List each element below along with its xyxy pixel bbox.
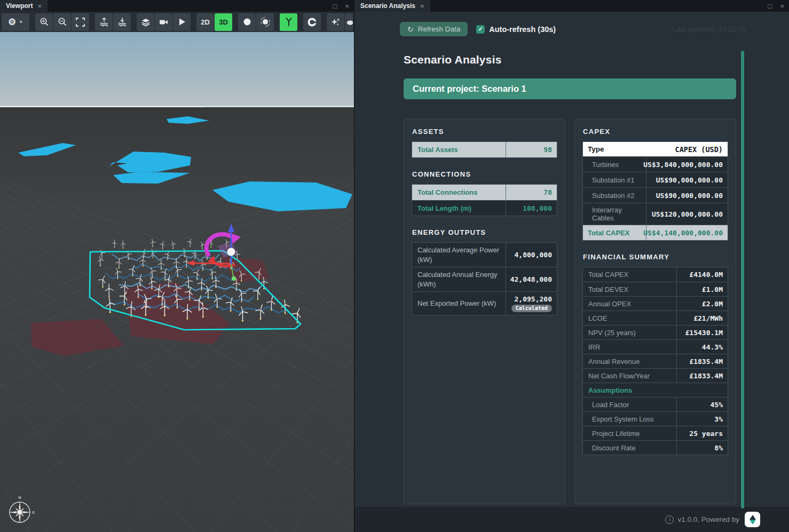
auto-refresh-label: Auto-refresh (30s) (489, 25, 556, 34)
analysis-tabbar: Scenario Analysis × □ × (354, 0, 789, 12)
info-icon[interactable]: i (665, 515, 674, 524)
refresh-icon: ↻ (407, 26, 414, 33)
table-row: Total CAPEX £4140.0M (583, 267, 728, 282)
table-row: Substation #1 US$90,000,000.00 (583, 172, 728, 187)
table-row: Turbines US$3,840,000,000.00 (583, 156, 728, 172)
tab-viewport-label: Viewport (6, 2, 33, 10)
lower-below-water-icon (117, 17, 127, 27)
viewport-panel: Viewport × □ × ⚙ ▼ (0, 0, 354, 532)
maximize-icon[interactable]: □ (333, 3, 337, 10)
sparkles-icon (330, 17, 341, 27)
view-3d-button[interactable]: 3D (215, 13, 232, 31)
cloud-icon (345, 17, 353, 27)
settings-button[interactable]: ⚙ ▼ (2, 13, 29, 31)
application-window: Viewport × □ × ⚙ ▼ (0, 0, 789, 532)
lower-below-water-button[interactable] (113, 13, 131, 31)
tab-scenario-analysis-label: Scenario Analysis (360, 2, 415, 10)
assets-table: Total Assets 98 (412, 141, 557, 158)
table-header-row: Type CAPEX (USD) (583, 142, 728, 156)
play-icon (178, 18, 186, 26)
summary-cards: ASSETS Total Assets 98 CONNECTIONS Total… (404, 118, 736, 504)
table-row: Interarray Cables US$120,000,000.00 (583, 203, 728, 225)
sky (0, 32, 354, 107)
panel-scrollbar[interactable] (741, 51, 744, 509)
viewport-window-controls: □ × (333, 0, 349, 12)
turbine-icon (284, 17, 294, 27)
layers-button[interactable] (137, 13, 154, 31)
table-row: Discount Rate 8% (583, 440, 728, 455)
analysis-window-controls: □ × (768, 0, 784, 12)
brand-logo[interactable] (745, 512, 760, 527)
sparkles-button[interactable] (327, 13, 344, 31)
viewport-toolbar: ⚙ ▼ (0, 12, 354, 32)
metrics-card: ASSETS Total Assets 98 CONNECTIONS Total… (404, 118, 565, 504)
energy-table: Calculated Average Power (kW) 4,800,000 … (412, 242, 557, 315)
table-row: Net Cash Flow/Year £1833.4M (583, 368, 728, 383)
play-button[interactable] (173, 13, 191, 31)
zoom-in-button[interactable] (35, 13, 53, 31)
sphere-button[interactable] (238, 13, 256, 31)
auto-refresh-group: ✓ Auto-refresh (30s) (476, 25, 556, 34)
table-row: Export System Loss 3% (583, 411, 728, 426)
layers-icon (141, 17, 151, 27)
fit-view-button[interactable] (72, 13, 89, 31)
capex-section-title: CAPEX (583, 128, 728, 136)
ring-button[interactable] (303, 13, 321, 31)
energy-section-title: ENERGY OUTPUTS (412, 228, 557, 236)
table-row: Project Lifetime 25 years (583, 426, 728, 440)
table-row: Calculated Average Power (kW) 4,800,000 (412, 243, 557, 267)
diamond-logo-icon (748, 514, 758, 525)
zoom-out-icon (58, 17, 67, 27)
tab-viewport[interactable]: Viewport × (0, 0, 48, 12)
sphere-icon (242, 17, 252, 27)
zoom-in-icon (40, 17, 49, 27)
chevron-down-icon: ▼ (19, 20, 23, 25)
table-row: LCOE £21/MWh (583, 311, 728, 325)
financial-table: Total CAPEX £4140.0M Total DEVEX £1.0M A… (582, 267, 728, 455)
refresh-controls-row: ↻ Refresh Data ✓ Auto-refresh (30s) Last… (400, 22, 746, 36)
raise-above-water-button[interactable] (95, 13, 113, 31)
table-row: Total DEVEX £1.0M (583, 282, 728, 296)
capex-total-row: Total CAPEX US$4,140,000,000.00 (583, 225, 728, 240)
tab-close-icon[interactable]: × (420, 3, 424, 10)
close-icon[interactable]: × (345, 3, 349, 10)
last-updated-text: Last updated: 15:22:05 (673, 25, 746, 33)
scenario-analysis-panel: Scenario Analysis × □ × ↻ Refresh Data ✓… (354, 0, 789, 532)
close-icon[interactable]: × (780, 3, 784, 10)
current-project-banner: Current project: Scenario 1 (404, 78, 736, 99)
table-row: Total Assets 98 (412, 142, 557, 157)
table-row: Total Length (m) 108,000 (412, 200, 557, 216)
gizmo-center (227, 248, 235, 256)
orbit-icon (259, 16, 271, 28)
turbine-tool-button[interactable] (280, 13, 297, 31)
viewport-3d-scene[interactable]: NE (0, 32, 354, 532)
camera-icon (159, 17, 169, 27)
camera-button[interactable] (155, 13, 172, 31)
orbit-button[interactable] (256, 13, 274, 31)
svg-text:N: N (18, 496, 21, 499)
gear-icon: ⚙ (8, 18, 16, 27)
page-title: Scenario Analysis (404, 53, 502, 66)
table-row: Calculated Annual Energy (kWh) 42,048,00… (412, 267, 557, 291)
connections-table: Total Connections 78 Total Length (m) 10… (412, 184, 557, 216)
capex-table: Type CAPEX (USD) Turbines US$3,840,000,0… (582, 141, 728, 241)
assets-section-title: ASSETS (412, 128, 557, 136)
auto-refresh-checkbox[interactable]: ✓ (476, 25, 485, 34)
ring-icon (307, 17, 317, 27)
table-row: Substation #2 US$90,000,000.00 (583, 187, 728, 203)
svg-text:E: E (33, 511, 35, 514)
table-row: Net Exported Power (kW) 2,095,200 Calcul… (412, 291, 557, 315)
fit-view-icon (76, 18, 85, 27)
maximize-icon[interactable]: □ (768, 3, 772, 10)
clipped-toolbar-button[interactable] (345, 13, 353, 31)
capex-card: CAPEX Type CAPEX (USD) Turbines US$3,840… (574, 118, 736, 504)
zoom-out-button[interactable] (53, 13, 71, 31)
raise-above-water-icon (99, 17, 109, 27)
tab-scenario-analysis[interactable]: Scenario Analysis × (354, 0, 430, 12)
table-row: NPV (25 years) £15430.1M (583, 325, 728, 339)
gizmo-x-axis (193, 263, 231, 264)
refresh-data-button[interactable]: ↻ Refresh Data (400, 22, 468, 36)
assumptions-header-row: Assumptions (583, 383, 728, 397)
tab-close-icon[interactable]: × (37, 3, 42, 10)
view-2d-button[interactable]: 2D (196, 13, 214, 31)
